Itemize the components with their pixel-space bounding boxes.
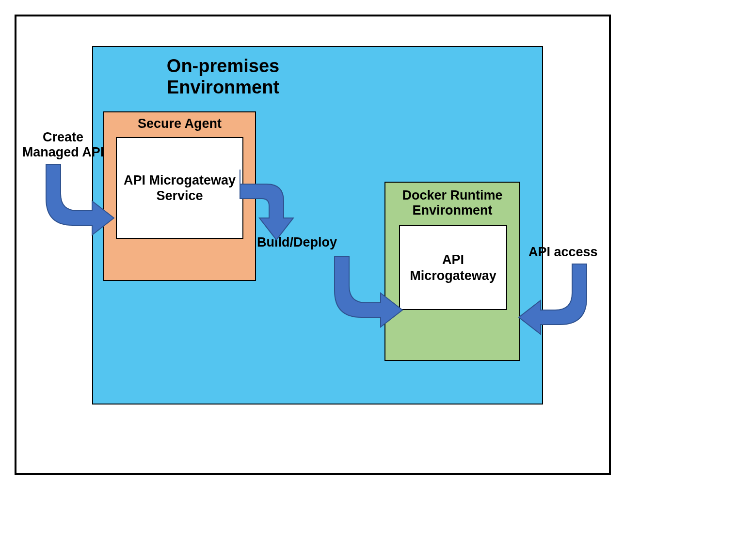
secure-agent-title: Secure Agent [103,116,256,131]
arrow-access-to-gateway-icon [514,264,592,337]
create-managed-api-label: Create Managed API [22,130,104,160]
api-microgateway-service-box: API Microgateway Service [116,137,243,239]
api-microgateway-box: API Microgateway [399,225,507,310]
api-microgateway-service-label: API Microgateway Service [122,172,238,204]
api-microgateway-label: API Microgateway [405,252,501,283]
docker-runtime-title: Docker Runtime Environment [384,188,520,218]
on-premises-environment-title: On-premises Environment [126,56,320,98]
arrow-agent-to-build-icon [240,170,313,247]
api-access-label: API access [528,245,598,260]
arrow-build-to-gateway-icon [330,257,407,329]
diagram-canvas: On-premises Environment Secure Agent API… [0,0,736,560]
arrow-create-to-agent-icon [41,165,119,237]
